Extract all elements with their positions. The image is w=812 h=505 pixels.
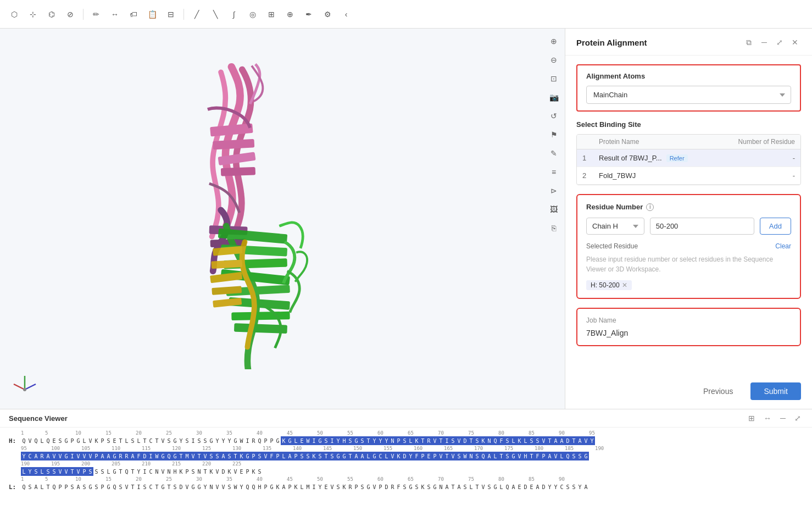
seq-tool-btn4[interactable]: ⤢ [792, 413, 803, 424]
line-btn[interactable]: ╱ [189, 7, 204, 22]
selected-residue-label: Selected Residue [586, 242, 638, 250]
settings-btn[interactable]: ⚙ [320, 7, 335, 22]
range-input[interactable] [650, 218, 754, 235]
th-protein-name: Protein Name [599, 138, 724, 146]
copy2-btn[interactable]: ⎘ [547, 221, 561, 235]
tag-close-icon[interactable]: ✕ [622, 281, 627, 289]
label-btn[interactable]: 🏷 [126, 7, 141, 22]
bond-tool-btn[interactable]: ⌬ [44, 7, 59, 22]
add-button[interactable]: Add [760, 218, 791, 235]
job-name-value: 7BWJ_Align [586, 329, 791, 337]
residue-title: Residue Number i [586, 203, 654, 211]
job-name-label: Job Name [586, 317, 791, 324]
axis-indicator [11, 370, 38, 398]
th-index [582, 138, 599, 146]
edit2-btn[interactable]: ✎ [547, 146, 561, 160]
residue-tag: H: 50-200 ✕ [586, 280, 632, 290]
refer-badge: Refer [666, 154, 688, 162]
panel-close-icon[interactable]: ✕ [789, 36, 801, 48]
svg-line-20 [14, 384, 25, 390]
svg-rect-3 [221, 167, 255, 176]
zoom-in-btn[interactable]: ⊕ [547, 34, 561, 48]
svg-rect-12 [231, 312, 290, 320]
clipboard-btn[interactable]: 📋 [144, 7, 160, 22]
panel-minimize-icon[interactable]: ─ [758, 36, 770, 48]
polygon-tool-btn[interactable]: ⬡ [7, 7, 22, 22]
measure2-btn[interactable]: ⊞ [264, 7, 279, 22]
row1-index: 1 [582, 154, 599, 162]
alignment-atoms-section: Alignment Atoms MainChain CA All Atoms [576, 64, 801, 112]
pencil-btn[interactable]: ✏ [88, 7, 104, 22]
cursor-tool-btn[interactable]: ⊹ [25, 7, 41, 22]
protein-3d-view [110, 62, 396, 369]
residue-header: Residue Number i [586, 203, 791, 211]
eye-btn[interactable]: ⊳ [547, 184, 561, 198]
hint-text: Please input residue number or select re… [586, 254, 791, 274]
fit-btn[interactable]: ⊡ [547, 71, 561, 86]
viewer-right-toolbar: ⊕ ⊖ ⊡ 📷 ↺ ⚑ ✎ ≡ ⊳ 🖼 ⎘ [543, 29, 565, 409]
arrow-btn[interactable]: ↔ [107, 7, 123, 22]
select-binding-site-section: Select Binding Site Protein Name Number … [565, 112, 812, 185]
binding-site-table: Protein Name Number of Residue 1 Result … [576, 134, 801, 185]
seq-content: 15101520253035404550556065707580859095H:… [0, 428, 812, 494]
svg-line-19 [25, 384, 36, 390]
viewer-area[interactable]: ⊕ ⊖ ⊡ 📷 ↺ ⚑ ✎ ≡ ⊳ 🖼 ⎘ [0, 29, 565, 409]
flag-btn[interactable]: ⚑ [547, 127, 561, 142]
row2-name: Fold_7BWJ [599, 171, 724, 180]
right-panel: Protein Alignment ⧉ ─ ⤢ ✕ Alignment Atom… [565, 29, 812, 409]
pencil2-btn[interactable]: ✒ [301, 7, 316, 22]
clear-link[interactable]: Clear [775, 242, 791, 250]
tag-label: H: 50-200 [591, 281, 620, 289]
main-area: ⊕ ⊖ ⊡ 📷 ↺ ⚑ ✎ ≡ ⊳ 🖼 ⎘ Protein Alignment [0, 29, 812, 409]
table-row[interactable]: 2 Fold_7BWJ - [577, 167, 800, 185]
svg-point-22 [23, 388, 26, 391]
camera-btn[interactable]: 📷 [547, 90, 561, 104]
sequence-viewer: Sequence Viewer ⊞ ↔ ─ ⤢ 1510152025303540… [0, 409, 812, 505]
panel-expand-icon[interactable]: ⤢ [774, 36, 786, 48]
table-row[interactable]: 1 Result of 7BWJ_P... Refer - [577, 149, 800, 167]
tags-container: H: 50-200 ✕ [586, 280, 791, 290]
binding-site-label: Select Binding Site [576, 120, 801, 129]
spacer [565, 346, 812, 374]
svg-rect-1 [213, 139, 254, 149]
seq-tool-btn2[interactable]: ↔ [761, 413, 774, 424]
photo-btn[interactable]: 🖼 [547, 202, 561, 217]
zoom-out-btn[interactable]: ⊖ [547, 53, 561, 67]
table-header: Protein Name Number of Residue [577, 135, 800, 149]
lasso-btn[interactable]: ◎ [245, 7, 260, 22]
selected-residue-header: Selected Residue Clear [586, 242, 791, 250]
previous-button[interactable]: Previous [692, 382, 744, 400]
seq-title: Sequence Viewer [9, 414, 68, 423]
layers2-btn[interactable]: ≡ [547, 165, 561, 179]
row1-name: Result of 7BWJ_P... Refer [599, 154, 724, 162]
row2-index: 2 [582, 171, 599, 180]
line2-btn[interactable]: ╲ [208, 7, 223, 22]
chain-select[interactable]: Chain H Chain L [586, 218, 644, 235]
job-name-section: Job Name 7BWJ_Align [576, 308, 801, 346]
seq-tools: ⊞ ↔ ─ ⤢ [746, 413, 803, 424]
panel-copy-icon[interactable]: ⧉ [743, 36, 755, 48]
svg-rect-0 [210, 124, 253, 137]
arrow-left-btn[interactable]: ‹ [338, 7, 354, 22]
sep1 [83, 9, 84, 20]
curve-btn[interactable]: ∫ [226, 7, 242, 22]
top-toolbar: ⬡ ⊹ ⌬ ⊘ ✏ ↔ 🏷 📋 ⊟ ╱ ╲ ∫ ◎ ⊞ ⊕ ✒ ⚙ ‹ [0, 0, 812, 29]
row2-residue: - [724, 171, 795, 180]
info-icon[interactable]: i [646, 203, 654, 211]
measure-tool-btn[interactable]: ⊘ [63, 7, 78, 22]
seq-tool-btn3[interactable]: ─ [778, 413, 788, 424]
residue-number-section: Residue Number i Chain H Chain L Add Sel… [576, 194, 801, 299]
panel-title: Protein Alignment [576, 38, 647, 47]
seq-header: Sequence Viewer ⊞ ↔ ─ ⤢ [0, 409, 812, 428]
alignment-atoms-select[interactable]: MainChain CA All Atoms [586, 86, 791, 104]
submit-button[interactable]: Submit [750, 382, 801, 400]
seq-rows: 15101520253035404550556065707580859095H:… [9, 430, 803, 491]
grid-btn[interactable]: ⊕ [282, 7, 298, 22]
reset-btn[interactable]: ↺ [547, 109, 561, 123]
residue-inputs: Chain H Chain L Add [586, 218, 791, 235]
layers-btn[interactable]: ⊟ [163, 7, 179, 22]
seq-tool-btn1[interactable]: ⊞ [746, 413, 757, 424]
alignment-atoms-label: Alignment Atoms [586, 72, 791, 80]
th-residue: Number of Residue [724, 138, 795, 146]
row1-residue: - [724, 154, 795, 162]
